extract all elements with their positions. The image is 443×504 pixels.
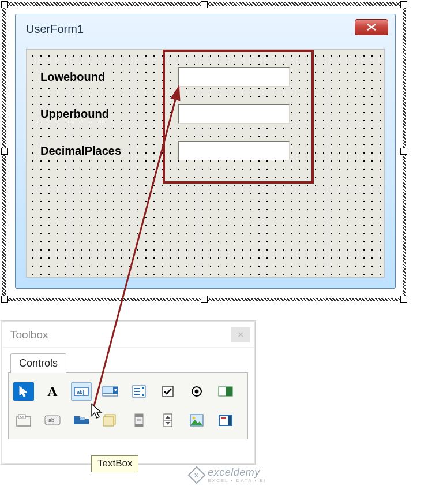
tool-textbox[interactable]: ab| — [71, 382, 92, 401]
svg-rect-30 — [135, 414, 143, 417]
tool-scrollbar[interactable] — [129, 411, 149, 430]
close-icon — [366, 23, 377, 31]
tool-spinbutton[interactable] — [157, 411, 178, 430]
label-lowerbound[interactable]: Lowebound — [39, 70, 106, 84]
togglebutton-icon — [218, 386, 233, 397]
checkbox-icon — [162, 385, 174, 398]
commandbutton-icon: ab — [44, 415, 61, 425]
svg-rect-25 — [74, 416, 80, 420]
close-icon: ✕ — [237, 330, 245, 340]
tool-listbox[interactable] — [129, 382, 149, 401]
tool-frame[interactable]: XY — [13, 411, 34, 430]
tooltip: TextBox — [91, 455, 138, 472]
toolbox-title: Toolbox — [10, 328, 48, 341]
watermark-tagline: EXCEL • DATA • BI — [208, 479, 266, 483]
resize-handle-e[interactable] — [400, 148, 407, 155]
resize-handle-s[interactable] — [201, 296, 208, 303]
optionbutton-icon — [190, 385, 203, 398]
tool-refedit[interactable] — [215, 411, 236, 430]
tool-optionbutton[interactable] — [186, 382, 207, 401]
svg-point-37 — [193, 417, 196, 420]
tool-multipage[interactable] — [100, 411, 121, 430]
resize-handle-ne[interactable] — [400, 1, 407, 8]
tool-label[interactable]: A — [42, 382, 63, 401]
textbox-decimalplaces[interactable] — [178, 141, 290, 160]
toolbox-window[interactable]: Toolbox ✕ Controls A ab| — [1, 321, 255, 464]
label-decimalplaces[interactable]: DecimalPlaces — [39, 144, 122, 158]
svg-rect-26 — [80, 417, 85, 420]
watermark: x exceldemy EXCEL • DATA • BI — [190, 466, 266, 483]
resize-handle-n[interactable] — [201, 1, 208, 8]
combobox-icon — [102, 386, 118, 397]
multipage-icon — [103, 414, 118, 427]
scrollbar-icon — [134, 413, 144, 427]
tool-tabstrip[interactable] — [71, 411, 92, 430]
textbox-upperbound[interactable] — [178, 104, 290, 124]
tabstrip-icon — [73, 416, 89, 425]
form-designer-selection[interactable]: UserForm1 Lowebound Upperbound DecimalPl… — [2, 2, 406, 301]
resize-handle-nw[interactable] — [1, 1, 8, 8]
svg-rect-13 — [142, 394, 144, 396]
svg-point-16 — [195, 390, 199, 394]
tool-combobox[interactable] — [100, 382, 121, 401]
textbox-icon: ab| — [74, 386, 89, 397]
svg-rect-31 — [135, 424, 143, 427]
pointer-icon — [17, 385, 30, 398]
frame-icon: XY — [16, 414, 31, 427]
svg-text:ab|: ab| — [77, 389, 84, 395]
listbox-icon — [132, 385, 146, 398]
resize-handle-se[interactable] — [400, 296, 407, 303]
tool-togglebutton[interactable] — [215, 382, 236, 401]
watermark-badge-icon: x — [188, 466, 206, 484]
watermark-brand: exceldemy — [208, 466, 260, 478]
svg-rect-12 — [142, 387, 144, 389]
svg-rect-41 — [221, 417, 226, 419]
spinbutton-icon — [163, 413, 173, 427]
toolbox-panel: A ab| — [8, 372, 248, 439]
toolbox-close-button[interactable]: ✕ — [231, 327, 250, 342]
textbox-lowerbound[interactable] — [178, 67, 290, 87]
svg-rect-24 — [74, 419, 89, 424]
tool-image[interactable] — [186, 411, 207, 430]
svg-text:ab: ab — [48, 417, 54, 423]
svg-rect-7 — [103, 394, 118, 396]
svg-rect-28 — [103, 417, 114, 426]
image-icon — [190, 414, 204, 427]
userform-window[interactable]: UserForm1 Lowebound Upperbound DecimalPl… — [15, 14, 396, 289]
refedit-icon — [218, 414, 233, 427]
tool-pointer[interactable] — [13, 382, 34, 401]
label-icon: A — [47, 384, 57, 400]
userform-title: UserForm1 — [26, 23, 84, 36]
svg-text:XY: XY — [20, 415, 24, 419]
resize-handle-w[interactable] — [1, 148, 8, 155]
close-button[interactable] — [355, 19, 388, 35]
tool-commandbutton[interactable]: ab — [42, 411, 63, 430]
tab-controls[interactable]: Controls — [10, 353, 66, 373]
resize-handle-sw[interactable] — [1, 296, 8, 303]
svg-rect-39 — [220, 416, 228, 425]
tool-checkbox[interactable] — [157, 382, 178, 401]
svg-rect-40 — [228, 416, 231, 425]
userform-body[interactable]: Lowebound Upperbound DecimalPlaces — [26, 49, 385, 278]
label-upperbound[interactable]: Upperbound — [39, 107, 110, 121]
svg-rect-18 — [226, 387, 232, 396]
